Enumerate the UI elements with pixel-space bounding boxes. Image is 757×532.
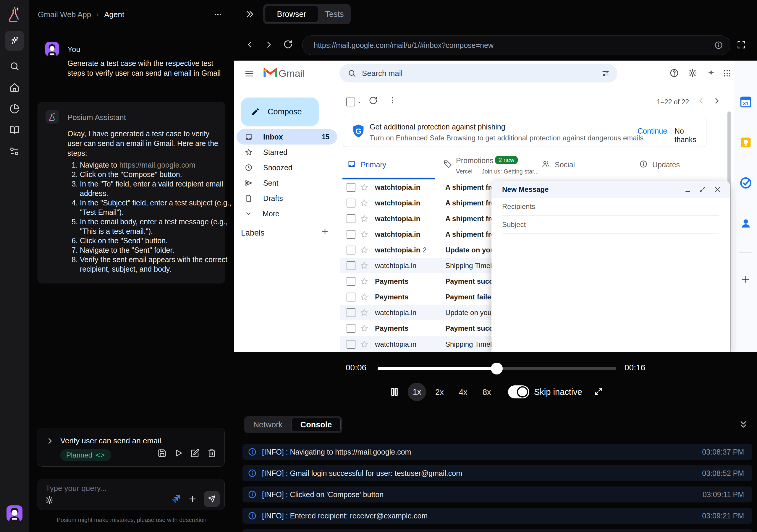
compose-header[interactable]: New Message [492, 181, 730, 198]
page-prev-icon[interactable] [697, 97, 705, 105]
row-checkbox[interactable] [347, 277, 355, 286]
rail-item-assistant[interactable] [5, 31, 24, 51]
contacts-icon[interactable] [739, 217, 752, 231]
pause-icon[interactable] [389, 387, 400, 397]
sidebar-item-starred[interactable]: Starred [237, 144, 337, 160]
apps-grid-icon[interactable] [723, 69, 732, 78]
send-button[interactable] [204, 491, 220, 507]
collapse-console-icon[interactable] [739, 420, 748, 429]
row-checkbox[interactable] [347, 324, 355, 333]
tab-primary[interactable]: Primary [340, 152, 437, 179]
row-checkbox[interactable] [347, 261, 355, 270]
tab-promotions[interactable]: Promotions 2 new Vercel — Join us: Getti… [437, 152, 535, 179]
select-caret-icon[interactable] [357, 100, 362, 104]
search-icon[interactable] [348, 69, 356, 77]
query-input-card[interactable]: Type your query... [38, 479, 225, 510]
row-star-icon[interactable] [360, 277, 369, 285]
row-star-icon[interactable] [360, 230, 369, 239]
forward-icon[interactable] [264, 40, 273, 49]
row-star-icon[interactable] [360, 199, 369, 207]
add-icon[interactable] [188, 494, 197, 504]
row-checkbox[interactable] [347, 293, 355, 302]
keep-icon[interactable] [739, 136, 752, 150]
row-star-icon[interactable] [360, 309, 369, 317]
sidebar-item-more[interactable]: More [237, 206, 337, 222]
row-star-icon[interactable] [360, 246, 369, 254]
collapse-panel-icon[interactable] [245, 10, 254, 19]
row-star-icon[interactable] [360, 293, 369, 301]
run-button[interactable] [174, 449, 183, 458]
banner-dismiss-button[interactable]: No thanks [675, 127, 706, 144]
rail-item-docs[interactable] [0, 124, 29, 136]
fullscreen-icon[interactable] [737, 40, 746, 49]
search-options-icon[interactable] [601, 69, 610, 77]
rail-item-settings[interactable] [0, 145, 29, 158]
more-options-icon[interactable] [214, 10, 222, 19]
row-checkbox[interactable] [347, 183, 355, 192]
compose-button[interactable]: Compose [241, 98, 319, 126]
recipients-field[interactable]: Recipients [502, 198, 719, 216]
row-checkbox[interactable] [347, 340, 355, 349]
tab-browser[interactable]: Browser [265, 6, 318, 23]
sidebar-item-inbox[interactable]: Inbox15 [237, 129, 337, 144]
info-icon[interactable] [714, 41, 723, 50]
subject-field[interactable]: Subject [502, 216, 719, 234]
sidebar-item-snoozed[interactable]: Snoozed [237, 160, 337, 175]
gear-icon[interactable] [45, 496, 54, 505]
row-star-icon[interactable] [360, 340, 369, 348]
add-addon-icon[interactable] [741, 274, 751, 284]
expand-player-icon[interactable] [594, 387, 603, 396]
refresh-icon[interactable] [283, 40, 293, 49]
row-checkbox[interactable] [347, 230, 355, 239]
jira-icon[interactable] [172, 493, 181, 504]
row-checkbox[interactable] [347, 214, 355, 223]
breadcrumb-project[interactable]: Gmail Web App [38, 10, 91, 19]
speed-1x-button[interactable]: 1x [408, 383, 426, 401]
gmail-logo-icon[interactable] [263, 67, 277, 79]
gmail-search-bar[interactable]: Search mail [340, 64, 618, 82]
close-icon[interactable] [714, 186, 721, 193]
speed-2x-button[interactable]: 2x [435, 388, 444, 397]
menu-icon[interactable] [245, 69, 254, 78]
back-icon[interactable] [245, 40, 254, 49]
posium-logo-icon[interactable] [7, 5, 22, 24]
row-star-icon[interactable] [360, 262, 369, 270]
tab-updates[interactable]: Updates [632, 152, 728, 179]
rail-item-home[interactable] [0, 81, 29, 94]
banner-continue-button[interactable]: Continue [638, 127, 667, 135]
user-avatar[interactable] [7, 505, 22, 521]
rail-item-search[interactable] [0, 60, 29, 73]
skip-inactive-toggle[interactable] [508, 385, 529, 399]
tab-network[interactable]: Network [244, 420, 291, 429]
minimize-icon[interactable] [684, 186, 691, 193]
more-vert-icon[interactable] [388, 96, 397, 104]
add-label-icon[interactable] [320, 227, 329, 236]
save-button[interactable] [158, 449, 167, 458]
row-star-icon[interactable] [360, 183, 369, 192]
tasks-icon[interactable] [739, 176, 752, 191]
refresh-list-icon[interactable] [369, 96, 378, 105]
expand-chevron-icon[interactable] [46, 437, 54, 445]
delete-button[interactable] [207, 449, 216, 458]
sidebar-item-sent[interactable]: Sent [237, 175, 337, 191]
tab-console[interactable]: Console [291, 418, 341, 432]
calendar-icon[interactable]: 31 [739, 96, 752, 110]
help-icon[interactable] [670, 68, 679, 78]
row-checkbox[interactable] [347, 246, 355, 254]
tab-social[interactable]: Social [535, 152, 632, 179]
rail-item-analytics[interactable] [0, 102, 29, 115]
gemini-sparkle-icon[interactable] [707, 69, 715, 78]
select-all-checkbox[interactable] [346, 98, 355, 106]
sidebar-item-drafts[interactable]: Drafts [237, 191, 337, 206]
speed-8x-button[interactable]: 8x [483, 388, 491, 397]
step-link[interactable]: https://mail.google.com [119, 161, 195, 169]
edit-button[interactable] [191, 449, 199, 458]
row-star-icon[interactable] [360, 215, 369, 223]
row-checkbox[interactable] [347, 308, 355, 317]
row-checkbox[interactable] [347, 199, 355, 207]
tab-tests[interactable]: Tests [318, 10, 351, 19]
settings-gear-icon[interactable] [688, 68, 697, 78]
open-in-full-icon[interactable] [699, 186, 706, 193]
timeline-knob[interactable] [491, 363, 503, 374]
url-bar[interactable]: https://mail.google.com/mail/u/1/#inbox?… [302, 36, 730, 55]
